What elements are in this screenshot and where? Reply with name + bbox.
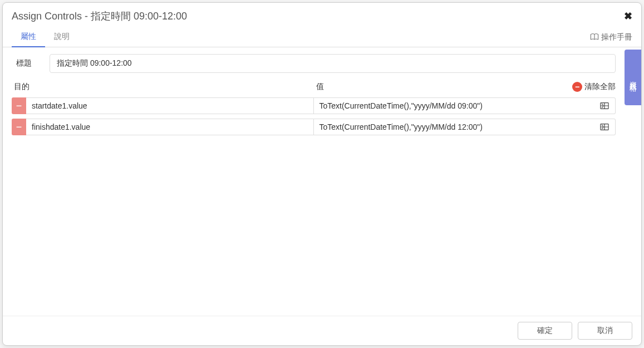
title-label: 標題 bbox=[12, 58, 38, 68]
title-input[interactable] bbox=[50, 54, 616, 73]
remove-row-button[interactable]: − bbox=[12, 119, 26, 135]
dialog-footer: 確定 取消 bbox=[3, 316, 641, 345]
content-wrapper: 標題 目的 值 − 清除全部 − startdate1.value ToText… bbox=[3, 47, 641, 316]
dialog-header: Assign Controls - 指定時間 09:00-12:00 ✖ bbox=[3, 3, 641, 27]
dialog-title: Assign Controls - 指定時間 09:00-12:00 bbox=[12, 9, 187, 23]
clear-all-button[interactable]: − 清除全部 bbox=[572, 82, 616, 92]
close-button[interactable]: ✖ bbox=[624, 10, 632, 22]
target-cell[interactable]: startdate1.value bbox=[26, 97, 314, 114]
cancel-button[interactable]: 取消 bbox=[578, 322, 632, 340]
data-row: − startdate1.value ToText(CurrentDateTim… bbox=[12, 97, 616, 114]
column-target-header: 目的 bbox=[12, 82, 314, 92]
tab-properties[interactable]: 屬性 bbox=[12, 27, 45, 47]
target-cell[interactable]: finishdate1.value bbox=[26, 119, 314, 135]
assign-controls-dialog: Assign Controls - 指定時間 09:00-12:00 ✖ 屬性 … bbox=[2, 2, 642, 346]
title-row: 標題 bbox=[12, 54, 616, 73]
manual-label: 操作手冊 bbox=[601, 32, 632, 42]
formula-icon[interactable] bbox=[599, 101, 609, 110]
book-icon bbox=[590, 33, 599, 41]
manual-link[interactable]: 操作手冊 bbox=[590, 32, 632, 42]
value-text: ToText(CurrentDateTime(),"yyyy/MM/dd 12:… bbox=[319, 122, 596, 131]
formula-icon[interactable] bbox=[599, 122, 609, 131]
column-value-header: 值 bbox=[314, 82, 573, 92]
remove-row-button[interactable]: − bbox=[12, 97, 26, 114]
tab-bar: 屬性 說明 操作手冊 bbox=[3, 27, 641, 47]
value-cell[interactable]: ToText(CurrentDateTime(),"yyyy/MM/dd 09:… bbox=[314, 97, 616, 114]
value-text: ToText(CurrentDateTime(),"yyyy/MM/dd 09:… bbox=[319, 101, 596, 110]
target-value: finishdate1.value bbox=[32, 122, 90, 131]
minus-circle-icon: − bbox=[572, 82, 582, 92]
value-cell[interactable]: ToText(CurrentDateTime(),"yyyy/MM/dd 12:… bbox=[314, 119, 616, 135]
content-area: 標題 目的 值 − 清除全部 − startdate1.value ToText… bbox=[3, 47, 625, 316]
columns-header: 目的 值 − 清除全部 bbox=[12, 82, 616, 92]
data-row: − finishdate1.value ToText(CurrentDateTi… bbox=[12, 119, 616, 135]
ok-button[interactable]: 確定 bbox=[518, 322, 572, 340]
side-tab-data-spec[interactable]: 資料規格 bbox=[625, 50, 641, 105]
tab-description[interactable]: 說明 bbox=[45, 27, 78, 47]
clear-all-label: 清除全部 bbox=[584, 82, 616, 92]
target-value: startdate1.value bbox=[32, 101, 87, 110]
